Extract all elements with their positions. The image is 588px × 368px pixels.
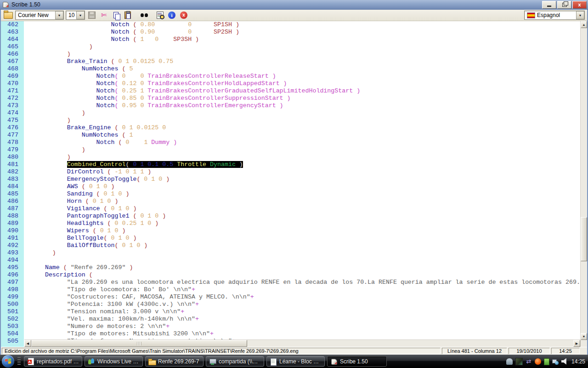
messenger-status-icon[interactable] [506, 358, 513, 365]
taskbar-button-messenger[interactable]: Windows Live Mess... [85, 356, 143, 367]
restore-icon [562, 3, 567, 7]
clipboard-icon [124, 12, 131, 19]
cut-button[interactable]: ✄ [99, 11, 109, 20]
code-line: Sanding ( 0 1 0 ) [27, 190, 580, 198]
line-number: 498 [7, 286, 24, 293]
font-size-value: 10 [68, 12, 74, 18]
code-line: Notch( 0 0 TrainBrakesControllerReleaseS… [27, 73, 580, 80]
horizontal-scroll-thumb[interactable] [31, 340, 247, 347]
pdf-icon [27, 358, 34, 365]
media-icon[interactable] [515, 358, 523, 365]
copy-button[interactable] [111, 11, 121, 20]
task-buttons: repintados.pdf - Ad...Windows Live Mess.… [24, 356, 387, 367]
chevron-down-icon[interactable]: ▼ [76, 11, 85, 19]
line-number: 502 [7, 316, 24, 323]
sync-icon[interactable]: ⇄ [526, 358, 532, 365]
taskbar-button-network-folder[interactable]: compartida (\\olatz)... [206, 356, 264, 367]
line-number: 503 [7, 323, 24, 330]
vertical-scroll-thumb[interactable] [581, 217, 587, 261]
font-family-select[interactable]: Courier New ▼ [15, 11, 64, 20]
exit-button[interactable]: x [179, 11, 189, 20]
restore-button[interactable] [557, 1, 571, 9]
line-number: 463 [7, 29, 24, 36]
code-line: Brake_Engine ( 0 1 0.0125 0 [27, 124, 580, 132]
line-number: 472 [7, 95, 24, 102]
title-bar[interactable]: Scribe 1.50 x [0, 0, 588, 10]
line-number: 478 [7, 139, 24, 146]
taskbar-button-pdf[interactable]: repintados.pdf - Ad... [24, 356, 82, 367]
horizontal-scrollbar[interactable]: ◀ ▶ [24, 339, 580, 347]
code-line: Description ( [27, 271, 580, 279]
save-floppy-icon [88, 12, 96, 19]
vertical-scrollbar[interactable]: ▲ ▼ [580, 21, 587, 347]
line-number: 489 [7, 220, 24, 227]
taskbar-button-notepad[interactable]: Léame - Bloc de not... [266, 356, 325, 367]
paste-button[interactable] [123, 11, 133, 20]
line-number: 483 [7, 176, 24, 183]
line-number: 481 [7, 161, 24, 168]
code-line: EmergencyStopToggle( 0 1 0 ) [27, 176, 580, 183]
line-number: 474 [7, 109, 24, 117]
line-number: 490 [7, 227, 24, 235]
scroll-left-arrow[interactable]: ◀ [24, 340, 31, 347]
vertical-scroll-track[interactable] [581, 28, 587, 333]
code-line: AWS ( 0 1 0 ) [27, 183, 580, 190]
line-number: 484 [7, 183, 24, 190]
find-button[interactable] [139, 11, 149, 20]
network-icon[interactable] [552, 358, 559, 365]
code-line: Notch ( 0.90 0 SP2SH ) [27, 29, 580, 36]
code-area[interactable]: Notch ( 0.80 0 SP1SH ) Notch ( 0.90 0 SP… [24, 21, 580, 339]
code-line: "Potencia: 3100 kW (4300c.v.) \n\n"+ [27, 301, 580, 308]
language-select[interactable]: Espagnol ▼ [524, 11, 585, 20]
code-line: Notch( 0.25 1 TrainBrakesControllerGradu… [27, 87, 580, 95]
line-number: 504 [7, 330, 24, 338]
scribe-app-icon [2, 1, 10, 8]
print-preview-button[interactable] [155, 11, 165, 20]
scroll-up-arrow[interactable]: ▲ [581, 21, 587, 28]
taskbar-button-scribe[interactable]: Scribe 1.50 [327, 356, 387, 367]
chevron-down-icon[interactable]: ▼ [55, 11, 63, 19]
taskbar-button-label: Léame - Bloc de not... [279, 358, 322, 365]
taskbar-button-folder[interactable]: Renfe 269.269-7 [145, 356, 204, 367]
info-button[interactable]: i [167, 11, 177, 20]
line-number: 480 [7, 154, 24, 161]
status-message: Edición del archivo de motriz C:\Program… [2, 348, 441, 354]
scrollbar-corner [581, 340, 587, 347]
code-line: BailOffButton( 0 1 0 ) [27, 242, 580, 249]
save-button[interactable] [87, 11, 97, 20]
open-file-button[interactable] [3, 11, 13, 20]
code-line [27, 257, 580, 264]
scribe-window: Scribe 1.50 x Courier New ▼ 10 ▼ ✄ [0, 0, 588, 355]
scroll-right-arrow[interactable]: ▶ [573, 340, 580, 347]
chevron-down-icon[interactable]: ▼ [576, 11, 584, 19]
messenger-icon [88, 358, 95, 365]
taskbar-grip[interactable] [17, 357, 21, 366]
line-number: 501 [7, 308, 24, 316]
status-date: 19/10/2010 [509, 348, 550, 354]
code-line: ) [27, 43, 580, 51]
cursor-position: Línea 481 - Columna 12 [442, 348, 507, 354]
code-line: "Vel. maxima: 100km/h-140km/h \n\n"+ [27, 316, 580, 323]
scroll-grip [137, 342, 141, 345]
line-number: 500 [7, 301, 24, 308]
start-button[interactable] [2, 355, 14, 368]
code-line: NumNotches ( 5 [27, 65, 580, 73]
document-magnifier-icon [157, 12, 164, 19]
code-line: Name ( "Renfe 269.269" ) [27, 264, 580, 271]
taskbar-button-label: compartida (\\olatz)... [219, 358, 261, 365]
code-line: Notch ( 0.80 0 SP1SH ) [27, 21, 580, 29]
battery-icon[interactable] [544, 358, 549, 365]
close-button[interactable]: x [572, 1, 587, 9]
code-line: ) [27, 146, 580, 154]
scroll-down-arrow[interactable]: ▼ [581, 333, 587, 340]
spain-flag-icon [527, 12, 535, 18]
horizontal-scroll-track[interactable] [247, 340, 573, 347]
line-number: 491 [7, 235, 24, 242]
font-size-select[interactable]: 10 ▼ [66, 11, 85, 20]
line-number: 486 [7, 198, 24, 205]
volume-icon[interactable] [561, 358, 568, 365]
minimize-button[interactable] [542, 1, 556, 9]
code-line: PantographToggle1 ( 0 1 0 ) [27, 213, 580, 220]
notepad-icon [270, 358, 277, 365]
download-icon[interactable] [535, 358, 541, 365]
